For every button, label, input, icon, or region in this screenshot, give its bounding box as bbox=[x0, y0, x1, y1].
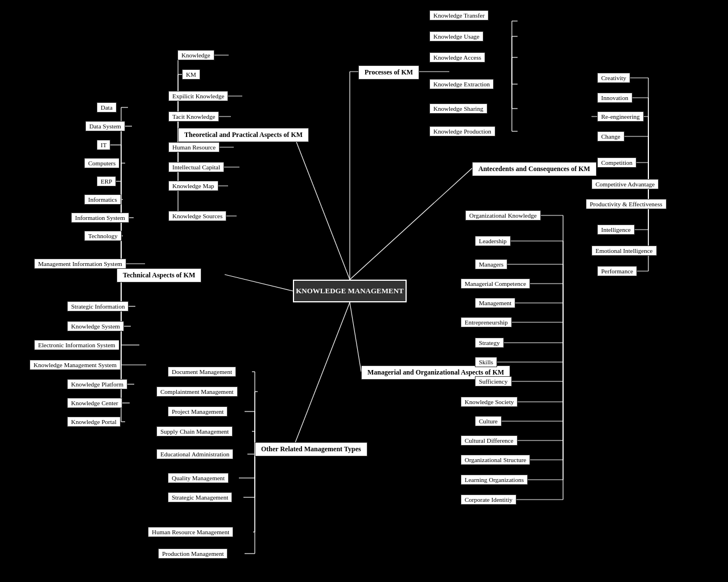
svg-line-86 bbox=[293, 302, 350, 448]
knowledge-access: Knowledge Access bbox=[429, 52, 485, 63]
productivity-effectiveness: Productivity & Effectiveness bbox=[586, 199, 667, 209]
creativity: Creativity bbox=[597, 73, 630, 83]
knowledge-production: Knowledge Production bbox=[429, 126, 495, 136]
org-knowledge: Organizational Knowledge bbox=[465, 210, 541, 221]
svg-line-53 bbox=[225, 275, 293, 291]
center-label: KNOWLEDGE MANAGEMENT bbox=[296, 286, 404, 296]
strategic-information: Strategic Information bbox=[67, 301, 129, 311]
tacit-knowledge: Tacit Knowledge bbox=[168, 111, 219, 122]
project-management: Project Management bbox=[168, 406, 228, 417]
other-mgmt-label: Other Related Management Types bbox=[255, 442, 367, 456]
corporate-identity: Corporate Identitiy bbox=[461, 494, 516, 505]
intellectual-capital: Intellectual Capital bbox=[168, 162, 224, 172]
supply-chain: Supply Chain Management bbox=[156, 426, 233, 436]
knowledge-system: Knowledge System bbox=[67, 321, 124, 331]
change: Change bbox=[597, 131, 624, 142]
theoretical-label: Theoretical and Practical Aspects of KM bbox=[178, 128, 309, 142]
learning-org: Learning Organizations bbox=[461, 475, 528, 485]
knowledge-platform: Knowledge Platform bbox=[67, 379, 127, 389]
document-management: Document Management bbox=[168, 367, 236, 377]
svg-line-32 bbox=[350, 168, 472, 280]
data-system: Data System bbox=[85, 121, 125, 131]
org-structure: Organizational Structure bbox=[461, 455, 530, 465]
knowledge-node: Knowledge bbox=[177, 50, 214, 60]
knowledge-extraction: Knowledge Extraction bbox=[429, 79, 494, 89]
re-engineering: Re-engineering bbox=[597, 111, 644, 122]
culture: Culture bbox=[475, 416, 502, 426]
intelligence: Intelligence bbox=[597, 225, 635, 235]
strategy: Strategy bbox=[475, 338, 504, 348]
sufficiency: Sufficiency bbox=[475, 376, 512, 386]
knowledge-sharing: Knowledge Sharing bbox=[429, 103, 487, 114]
km-node: KM bbox=[182, 69, 200, 80]
computers: Computers bbox=[84, 158, 119, 168]
complaintment-management: Complaintment Management bbox=[156, 386, 238, 397]
processes-km-text: Processes of KM bbox=[365, 68, 413, 76]
knowledge-sources: Knowledge Sources bbox=[168, 211, 226, 221]
strategic-management: Strategic Management bbox=[168, 492, 232, 502]
mis: Management Information System bbox=[34, 259, 126, 269]
emotional-intelligence: Emotional Intelligence bbox=[592, 246, 657, 256]
innovation: Innovation bbox=[597, 93, 632, 103]
cultural-difference: Cultural Difference bbox=[461, 435, 518, 446]
competition: Competition bbox=[597, 157, 636, 168]
managers: Managers bbox=[475, 259, 507, 269]
quality-management: Quality Management bbox=[168, 473, 229, 483]
knowledge-portal: Knowledge Portal bbox=[67, 417, 121, 427]
erp: ERP bbox=[97, 176, 116, 186]
entrepreneurship: Entrepreneurship bbox=[461, 317, 512, 327]
performance: Performance bbox=[597, 266, 637, 276]
technology: Technology bbox=[84, 231, 122, 241]
managerial-competence: Managerial Competence bbox=[461, 278, 530, 289]
svg-line-14 bbox=[293, 133, 350, 280]
it-node: IT bbox=[97, 140, 110, 150]
educational-administration: Educational Administration bbox=[156, 449, 233, 459]
informatics: Informatics bbox=[84, 194, 121, 205]
management-node: Management bbox=[475, 298, 515, 308]
knowledge-society: Knowledge Society bbox=[461, 397, 518, 407]
skills: Skills bbox=[475, 357, 497, 367]
technical-label: Technical Aspects of KM bbox=[117, 268, 201, 282]
information-system: Information System bbox=[71, 213, 129, 223]
knowledge-transfer: Knowledge Transfer bbox=[429, 10, 489, 20]
leadership: Leadership bbox=[475, 236, 511, 246]
knowledge-center: Knowledge Center bbox=[67, 398, 122, 408]
electronic-information-system: Electronic Information System bbox=[34, 340, 119, 350]
knowledge-management-system: Knowledge Management System bbox=[30, 360, 121, 370]
knowledge-map: Knowledge Map bbox=[168, 181, 218, 191]
explicit-knowledge: Expilicit Knowledge bbox=[168, 91, 228, 101]
data-node: Data bbox=[97, 102, 117, 113]
center-node: KNOWLEDGE MANAGEMENT bbox=[293, 280, 407, 302]
svg-line-106 bbox=[350, 302, 361, 372]
processes-km-label: Processes of KM bbox=[358, 65, 419, 80]
production-management: Production Management bbox=[158, 548, 228, 559]
antecedents-label: Antecedents and Consequences of KM bbox=[472, 162, 597, 176]
human-resource-management: Human Resource Management bbox=[148, 527, 233, 537]
human-resource: Human Resource bbox=[168, 142, 220, 152]
knowledge-usage: Knowledge Usage bbox=[429, 31, 483, 41]
competitive-advantage: Competitive Advantage bbox=[592, 179, 659, 189]
